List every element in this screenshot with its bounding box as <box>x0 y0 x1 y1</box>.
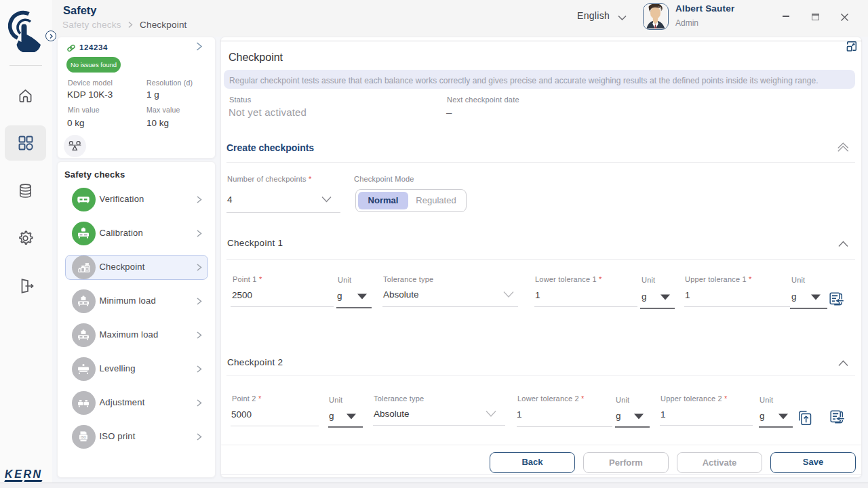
svg-text:ISO: ISO <box>81 436 86 439</box>
